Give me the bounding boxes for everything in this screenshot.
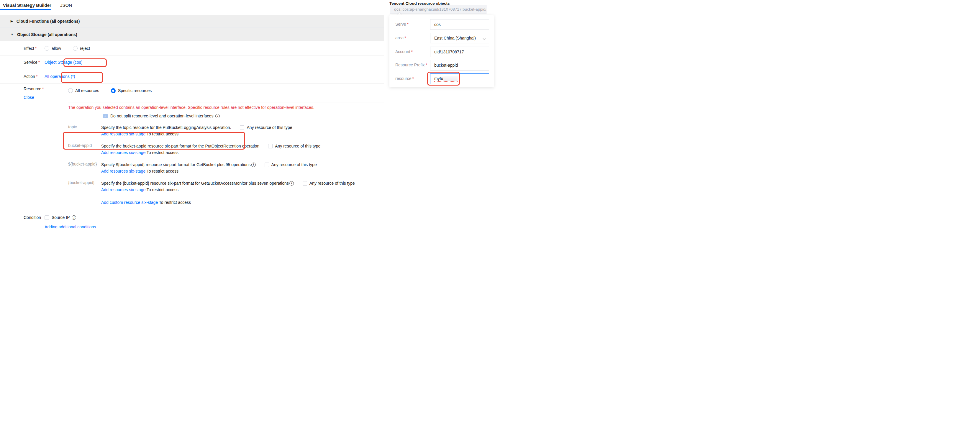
add-custom-resource-line: Add custom resource six-stage To restric… bbox=[101, 200, 384, 205]
close-link[interactable]: Close bbox=[24, 95, 68, 100]
required-mark: * bbox=[36, 74, 37, 79]
accordion-cloud-functions-label: Cloud Functions (all operations) bbox=[16, 19, 80, 24]
resource-prefix-field-row: Resource Prefix* bucket-appid bbox=[390, 60, 490, 70]
any-resource-option: Any resource of this type bbox=[268, 143, 320, 149]
any-resource-option: Any resource of this type bbox=[303, 180, 355, 186]
condition-row: Condition Source IP i Adding additional … bbox=[0, 209, 384, 220]
any-resource-option: Any resource of this type bbox=[240, 124, 292, 130]
subrow-description: Specify ${bucket-appid} resource six-par… bbox=[101, 162, 251, 168]
service-label: Service* bbox=[0, 60, 45, 65]
all-resources-radio[interactable] bbox=[68, 88, 73, 93]
effect-label: Effect* bbox=[0, 46, 45, 51]
service-value-link[interactable]: Object Storage (cos) bbox=[45, 60, 82, 65]
resource-label: Resource* bbox=[24, 86, 68, 91]
resource-prefix-input[interactable]: bucket-appid bbox=[430, 60, 489, 70]
no-split-row: ✓ Do not split resource-level and operat… bbox=[0, 114, 384, 118]
all-resources-label[interactable]: All resources bbox=[75, 88, 99, 93]
operation-level-warning: The operation you selected contains an o… bbox=[0, 105, 384, 110]
reject-radio[interactable] bbox=[73, 46, 78, 51]
any-resource-checkbox[interactable] bbox=[303, 181, 307, 186]
no-split-label: Do not split resource-level and operatio… bbox=[110, 114, 213, 118]
account-field-row: Account* uid/1310708717 bbox=[390, 47, 490, 57]
restrict-access-text: To restrict access bbox=[146, 150, 178, 155]
required-mark: * bbox=[38, 60, 40, 65]
chevron-down-icon bbox=[482, 36, 485, 40]
no-split-checkbox[interactable]: ✓ bbox=[103, 114, 108, 118]
tab-bar: Visual Strategy Builder JSON bbox=[0, 0, 384, 10]
required-mark: * bbox=[42, 86, 44, 91]
subrow-description: Specify the bucket-appid resource six-pa… bbox=[101, 143, 259, 149]
any-resource-label: Any resource of this type bbox=[309, 180, 355, 186]
allow-radio-label[interactable]: allow bbox=[52, 46, 61, 51]
any-resource-option: Any resource of this type bbox=[265, 162, 317, 168]
subrow-label: topic bbox=[68, 124, 101, 137]
chevron-down-icon: ▼ bbox=[11, 33, 14, 36]
restrict-access-text: To restrict access bbox=[159, 200, 191, 205]
source-ip-option: Source IP i bbox=[45, 215, 96, 220]
policy-builder-panel: Visual Strategy Builder JSON ▶ Cloud Fun… bbox=[0, 0, 384, 220]
any-resource-label: Any resource of this type bbox=[271, 162, 317, 168]
add-resources-link[interactable]: Add resources six-stage bbox=[101, 150, 145, 155]
resource-subrow-dollar-bucket-appid: ${bucket-appid} Specify ${bucket-appid} … bbox=[0, 162, 384, 174]
resource-field-row: resource* myfu bbox=[390, 73, 490, 84]
subrow-description: Specify the topic resource for the PutBu… bbox=[101, 124, 231, 130]
resource-prefix-label: Resource Prefix* bbox=[395, 62, 427, 67]
service-row: Service* Object Storage (cos) bbox=[0, 56, 384, 69]
subrow-label: ${bucket-appid} bbox=[68, 162, 101, 174]
info-icon[interactable]: i bbox=[251, 162, 256, 167]
subrow-label: {bucket-appid} bbox=[68, 180, 101, 192]
effect-row: Effect* allow reject bbox=[0, 41, 384, 56]
source-ip-label: Source IP bbox=[52, 215, 70, 220]
resource-subrow-bucket-appid: bucket-appid Specify the bucket-appid re… bbox=[0, 143, 384, 156]
divider bbox=[68, 102, 384, 102]
add-resources-link[interactable]: Add resources six-stage bbox=[101, 132, 145, 136]
required-mark: * bbox=[35, 46, 37, 51]
account-label: Account* bbox=[395, 49, 413, 54]
specific-resources-label[interactable]: Specific resources bbox=[118, 88, 152, 93]
any-resource-checkbox[interactable] bbox=[265, 162, 269, 167]
any-resource-checkbox[interactable] bbox=[240, 126, 244, 130]
accordion-object-storage[interactable]: ▼ Object Storage (all operations) bbox=[0, 27, 384, 41]
subrow-label: bucket-appid bbox=[68, 143, 101, 156]
any-resource-label: Any resource of this type bbox=[247, 124, 292, 130]
specific-resources-radio[interactable] bbox=[111, 88, 116, 93]
effect-options: allow reject bbox=[45, 44, 102, 52]
accordion-object-storage-label: Object Storage (all operations) bbox=[17, 32, 77, 37]
tab-json[interactable]: JSON bbox=[60, 3, 72, 8]
chevron-right-icon: ▶ bbox=[11, 19, 13, 23]
add-resources-link[interactable]: Add resources six-stage bbox=[101, 169, 145, 173]
resource-form-card: Serve* cos area* East China (Shanghai) A… bbox=[390, 15, 490, 87]
redacted-text bbox=[443, 76, 458, 81]
any-resource-label: Any resource of this type bbox=[275, 143, 320, 149]
info-icon[interactable]: i bbox=[215, 114, 220, 118]
action-label: Action* bbox=[0, 74, 45, 79]
restrict-access-text: To restrict access bbox=[146, 169, 178, 173]
add-resources-link[interactable]: Add resources six-stage bbox=[101, 187, 145, 192]
area-label: area* bbox=[395, 35, 406, 40]
action-value-link[interactable]: All operations (*) bbox=[45, 74, 75, 79]
serve-field-row: Serve* cos bbox=[390, 19, 490, 30]
resource-name-label: resource* bbox=[395, 76, 414, 81]
info-icon[interactable]: i bbox=[72, 215, 76, 220]
info-icon[interactable]: i bbox=[290, 181, 294, 186]
resource-type-options: All resources Specific resources bbox=[68, 86, 384, 95]
subrow-description: Specify the {bucket-appid} resource six-… bbox=[101, 180, 289, 186]
serve-input[interactable]: cos bbox=[430, 19, 489, 30]
any-resource-checkbox[interactable] bbox=[268, 144, 273, 148]
source-ip-checkbox[interactable] bbox=[45, 215, 49, 220]
resource-name-input[interactable]: myfu bbox=[430, 73, 489, 84]
serve-label: Serve* bbox=[395, 22, 409, 27]
action-row: Action* All operations (*) bbox=[0, 69, 384, 83]
resource-subrow-curly-bucket-appid: {bucket-appid} Specify the {bucket-appid… bbox=[0, 180, 384, 192]
accordion-cloud-functions[interactable]: ▶ Cloud Functions (all operations) bbox=[0, 15, 384, 27]
reject-radio-label[interactable]: reject bbox=[80, 46, 90, 51]
qcs-resource-input[interactable]: qcs::cos:ap-shanghai:uid/1310708717:buck… bbox=[390, 5, 487, 14]
tab-visual-strategy-builder[interactable]: Visual Strategy Builder bbox=[3, 3, 51, 8]
resource-object-panel: Tencent Cloud resource objects qcs::cos:… bbox=[384, 0, 490, 220]
area-select[interactable]: East China (Shanghai) bbox=[430, 33, 489, 43]
restrict-access-text: To restrict access bbox=[146, 132, 178, 136]
area-field-row: area* East China (Shanghai) bbox=[390, 33, 490, 43]
account-input[interactable]: uid/1310708717 bbox=[430, 47, 489, 57]
allow-radio[interactable] bbox=[45, 46, 49, 51]
add-custom-resource-link[interactable]: Add custom resource six-stage bbox=[101, 200, 158, 205]
